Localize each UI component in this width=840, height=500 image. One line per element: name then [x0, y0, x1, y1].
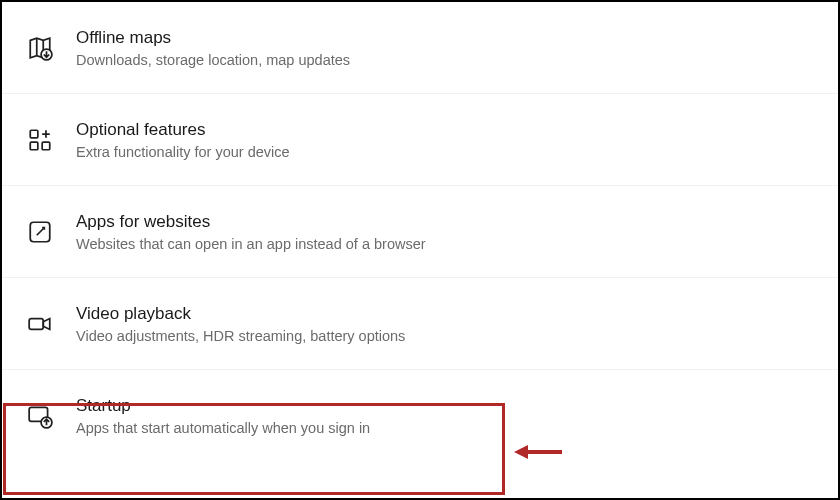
settings-item-apps-for-websites[interactable]: Apps for websites Websites that can open… — [2, 186, 838, 278]
item-title: Video playback — [76, 304, 405, 324]
startup-icon — [26, 402, 54, 430]
item-title: Optional features — [76, 120, 290, 140]
video-camera-icon — [26, 310, 54, 338]
svg-rect-2 — [30, 142, 38, 150]
settings-item-text: Offline maps Downloads, storage location… — [76, 28, 350, 68]
settings-item-text: Apps for websites Websites that can open… — [76, 212, 426, 252]
settings-item-optional-features[interactable]: Optional features Extra functionality fo… — [2, 94, 838, 186]
svg-rect-1 — [30, 130, 38, 138]
settings-item-text: Startup Apps that start automatically wh… — [76, 396, 370, 436]
item-title: Startup — [76, 396, 370, 416]
settings-item-offline-maps[interactable]: Offline maps Downloads, storage location… — [2, 2, 838, 94]
item-title: Offline maps — [76, 28, 350, 48]
svg-rect-5 — [29, 318, 43, 329]
item-desc: Video adjustments, HDR streaming, batter… — [76, 328, 405, 344]
settings-item-startup[interactable]: Startup Apps that start automatically wh… — [2, 370, 838, 462]
settings-item-text: Video playback Video adjustments, HDR st… — [76, 304, 405, 344]
item-desc: Websites that can open in an app instead… — [76, 236, 426, 252]
item-desc: Downloads, storage location, map updates — [76, 52, 350, 68]
item-desc: Extra functionality for your device — [76, 144, 290, 160]
map-download-icon — [26, 34, 54, 62]
settings-list: Offline maps Downloads, storage location… — [2, 2, 838, 462]
settings-item-text: Optional features Extra functionality fo… — [76, 120, 290, 160]
settings-item-video-playback[interactable]: Video playback Video adjustments, HDR st… — [2, 278, 838, 370]
link-square-icon — [26, 218, 54, 246]
item-desc: Apps that start automatically when you s… — [76, 420, 370, 436]
item-title: Apps for websites — [76, 212, 426, 232]
grid-plus-icon — [26, 126, 54, 154]
svg-rect-3 — [42, 142, 50, 150]
